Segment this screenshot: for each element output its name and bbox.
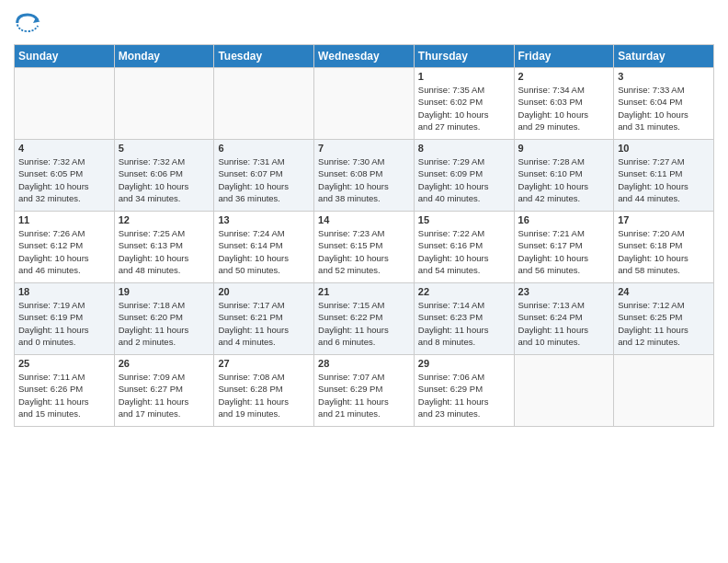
day-number: 20 xyxy=(218,286,310,297)
day-number: 23 xyxy=(518,286,610,297)
day-number: 21 xyxy=(318,286,410,297)
header-day: Wednesday xyxy=(314,45,415,68)
day-info: Sunrise: 7:07 AM Sunset: 6:29 PM Dayligh… xyxy=(318,371,410,419)
day-number: 29 xyxy=(418,358,510,369)
calendar-cell: 23Sunrise: 7:13 AM Sunset: 6:24 PM Dayli… xyxy=(514,283,614,355)
page: SundayMondayTuesdayWednesdayThursdayFrid… xyxy=(0,0,728,563)
calendar-cell: 21Sunrise: 7:15 AM Sunset: 6:22 PM Dayli… xyxy=(314,283,415,355)
day-info: Sunrise: 7:11 AM Sunset: 6:26 PM Dayligh… xyxy=(18,371,110,419)
day-info: Sunrise: 7:32 AM Sunset: 6:05 PM Dayligh… xyxy=(18,155,110,204)
day-number: 19 xyxy=(119,286,210,297)
calendar-cell xyxy=(214,68,314,140)
day-number: 9 xyxy=(518,143,610,154)
header-day: Monday xyxy=(114,45,214,68)
day-info: Sunrise: 7:09 AM Sunset: 6:27 PM Dayligh… xyxy=(119,371,210,419)
calendar-cell: 19Sunrise: 7:18 AM Sunset: 6:20 PM Dayli… xyxy=(114,283,214,355)
calendar: SundayMondayTuesdayWednesdayThursdayFrid… xyxy=(14,44,714,427)
day-info: Sunrise: 7:15 AM Sunset: 6:22 PM Dayligh… xyxy=(318,299,410,348)
calendar-cell: 28Sunrise: 7:07 AM Sunset: 6:29 PM Dayli… xyxy=(314,355,415,427)
calendar-cell: 25Sunrise: 7:11 AM Sunset: 6:26 PM Dayli… xyxy=(15,355,115,427)
calendar-cell: 7Sunrise: 7:30 AM Sunset: 6:08 PM Daylig… xyxy=(314,140,415,212)
day-info: Sunrise: 7:27 AM Sunset: 6:11 PM Dayligh… xyxy=(618,155,710,204)
week-row: 25Sunrise: 7:11 AM Sunset: 6:26 PM Dayli… xyxy=(15,355,714,427)
calendar-cell xyxy=(314,68,415,140)
day-number: 26 xyxy=(119,358,210,369)
calendar-cell: 18Sunrise: 7:19 AM Sunset: 6:19 PM Dayli… xyxy=(15,283,115,355)
day-number: 2 xyxy=(518,71,610,82)
day-info: Sunrise: 7:19 AM Sunset: 6:19 PM Dayligh… xyxy=(18,299,110,348)
day-info: Sunrise: 7:26 AM Sunset: 6:12 PM Dayligh… xyxy=(18,227,110,276)
day-number: 22 xyxy=(418,286,510,297)
day-info: Sunrise: 7:23 AM Sunset: 6:15 PM Dayligh… xyxy=(318,227,410,276)
calendar-cell: 13Sunrise: 7:24 AM Sunset: 6:14 PM Dayli… xyxy=(214,212,314,283)
day-info: Sunrise: 7:12 AM Sunset: 6:25 PM Dayligh… xyxy=(618,299,710,348)
calendar-cell xyxy=(15,68,115,140)
calendar-cell: 12Sunrise: 7:25 AM Sunset: 6:13 PM Dayli… xyxy=(114,212,214,283)
day-number: 14 xyxy=(318,214,410,225)
calendar-cell: 6Sunrise: 7:31 AM Sunset: 6:07 PM Daylig… xyxy=(214,140,314,212)
day-number: 18 xyxy=(18,286,110,297)
day-number: 16 xyxy=(518,214,610,225)
header-day: Thursday xyxy=(414,45,514,68)
calendar-cell: 27Sunrise: 7:08 AM Sunset: 6:28 PM Dayli… xyxy=(214,355,314,427)
header-day: Tuesday xyxy=(214,45,314,68)
logo-icon xyxy=(14,9,41,37)
day-info: Sunrise: 7:20 AM Sunset: 6:18 PM Dayligh… xyxy=(618,227,710,276)
calendar-cell: 3Sunrise: 7:33 AM Sunset: 6:04 PM Daylig… xyxy=(614,68,714,140)
day-info: Sunrise: 7:08 AM Sunset: 6:28 PM Dayligh… xyxy=(218,371,310,419)
day-number: 4 xyxy=(18,143,110,154)
day-info: Sunrise: 7:14 AM Sunset: 6:23 PM Dayligh… xyxy=(418,299,510,348)
day-number: 5 xyxy=(119,143,210,154)
day-number: 8 xyxy=(418,143,510,154)
day-info: Sunrise: 7:33 AM Sunset: 6:04 PM Dayligh… xyxy=(618,84,710,132)
calendar-cell: 10Sunrise: 7:27 AM Sunset: 6:11 PM Dayli… xyxy=(614,140,714,212)
day-info: Sunrise: 7:32 AM Sunset: 6:06 PM Dayligh… xyxy=(119,155,210,204)
header xyxy=(14,9,714,37)
day-info: Sunrise: 7:06 AM Sunset: 6:29 PM Dayligh… xyxy=(418,371,510,419)
day-number: 11 xyxy=(18,214,110,225)
day-number: 6 xyxy=(218,143,310,154)
header-day: Saturday xyxy=(614,45,714,68)
day-number: 15 xyxy=(418,214,510,225)
day-info: Sunrise: 7:31 AM Sunset: 6:07 PM Dayligh… xyxy=(218,155,310,204)
day-number: 12 xyxy=(119,214,210,225)
week-row: 18Sunrise: 7:19 AM Sunset: 6:19 PM Dayli… xyxy=(15,283,714,355)
calendar-cell: 9Sunrise: 7:28 AM Sunset: 6:10 PM Daylig… xyxy=(514,140,614,212)
day-info: Sunrise: 7:22 AM Sunset: 6:16 PM Dayligh… xyxy=(418,227,510,276)
calendar-cell: 15Sunrise: 7:22 AM Sunset: 6:16 PM Dayli… xyxy=(414,212,514,283)
calendar-cell: 20Sunrise: 7:17 AM Sunset: 6:21 PM Dayli… xyxy=(214,283,314,355)
day-number: 10 xyxy=(618,143,710,154)
calendar-cell xyxy=(114,68,214,140)
calendar-cell: 4Sunrise: 7:32 AM Sunset: 6:05 PM Daylig… xyxy=(15,140,115,212)
calendar-cell: 22Sunrise: 7:14 AM Sunset: 6:23 PM Dayli… xyxy=(414,283,514,355)
calendar-cell xyxy=(514,355,614,427)
calendar-cell: 5Sunrise: 7:32 AM Sunset: 6:06 PM Daylig… xyxy=(114,140,214,212)
calendar-cell: 2Sunrise: 7:34 AM Sunset: 6:03 PM Daylig… xyxy=(514,68,614,140)
day-info: Sunrise: 7:17 AM Sunset: 6:21 PM Dayligh… xyxy=(218,299,310,348)
day-number: 17 xyxy=(618,214,710,225)
day-info: Sunrise: 7:24 AM Sunset: 6:14 PM Dayligh… xyxy=(218,227,310,276)
day-info: Sunrise: 7:28 AM Sunset: 6:10 PM Dayligh… xyxy=(518,155,610,204)
day-info: Sunrise: 7:25 AM Sunset: 6:13 PM Dayligh… xyxy=(119,227,210,276)
calendar-cell: 24Sunrise: 7:12 AM Sunset: 6:25 PM Dayli… xyxy=(614,283,714,355)
day-number: 1 xyxy=(418,71,510,82)
day-info: Sunrise: 7:35 AM Sunset: 6:02 PM Dayligh… xyxy=(418,84,510,132)
day-number: 24 xyxy=(618,286,710,297)
day-number: 3 xyxy=(618,71,710,82)
day-number: 28 xyxy=(318,358,410,369)
logo xyxy=(14,9,45,37)
calendar-cell: 29Sunrise: 7:06 AM Sunset: 6:29 PM Dayli… xyxy=(414,355,514,427)
calendar-cell: 17Sunrise: 7:20 AM Sunset: 6:18 PM Dayli… xyxy=(614,212,714,283)
calendar-cell: 14Sunrise: 7:23 AM Sunset: 6:15 PM Dayli… xyxy=(314,212,415,283)
calendar-cell: 26Sunrise: 7:09 AM Sunset: 6:27 PM Dayli… xyxy=(114,355,214,427)
calendar-cell: 1Sunrise: 7:35 AM Sunset: 6:02 PM Daylig… xyxy=(414,68,514,140)
day-number: 13 xyxy=(218,214,310,225)
day-number: 7 xyxy=(318,143,410,154)
calendar-cell: 11Sunrise: 7:26 AM Sunset: 6:12 PM Dayli… xyxy=(15,212,115,283)
day-info: Sunrise: 7:13 AM Sunset: 6:24 PM Dayligh… xyxy=(518,299,610,348)
week-row: 11Sunrise: 7:26 AM Sunset: 6:12 PM Dayli… xyxy=(15,212,714,283)
day-info: Sunrise: 7:34 AM Sunset: 6:03 PM Dayligh… xyxy=(518,84,610,132)
week-row: 1Sunrise: 7:35 AM Sunset: 6:02 PM Daylig… xyxy=(15,68,714,140)
day-info: Sunrise: 7:29 AM Sunset: 6:09 PM Dayligh… xyxy=(418,155,510,204)
day-info: Sunrise: 7:18 AM Sunset: 6:20 PM Dayligh… xyxy=(119,299,210,348)
